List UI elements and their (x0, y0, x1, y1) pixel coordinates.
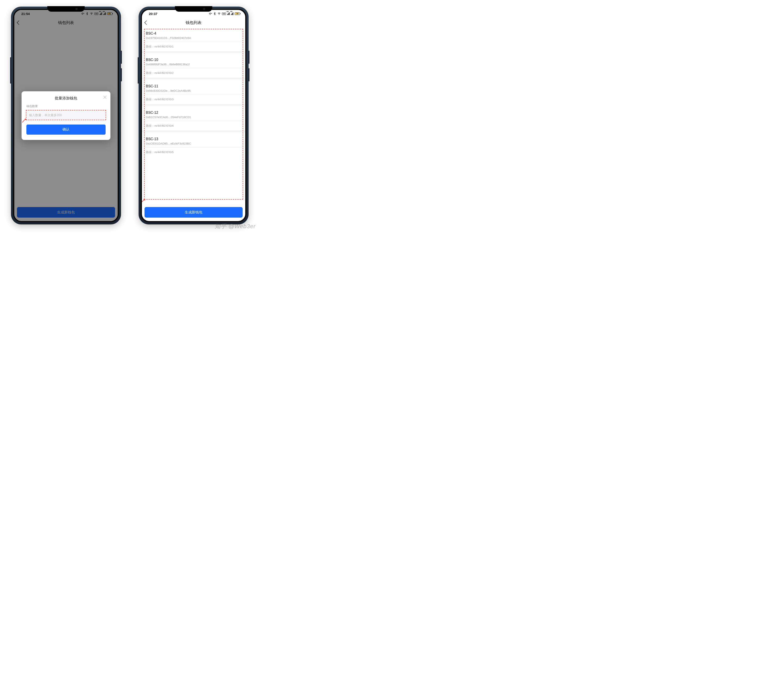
list-separator (142, 130, 245, 132)
batch-add-modal: 批量添加钱包 钱包数量 确认 (21, 91, 110, 140)
wallet-item[interactable]: BSC-40x1975E4181D3…F028d02407c8A路径：m/44'… (145, 29, 243, 53)
hd-icon: HD (222, 13, 226, 15)
wallet-address: 0xB1C57e3CAd0…054eFd718CD1 (146, 115, 241, 119)
phone-notch (47, 6, 85, 12)
wallet-path: 路径：m/44'/60'/0'/0/4 (145, 121, 243, 130)
signal-2-icon: 4G (231, 12, 233, 15)
wallet-item[interactable]: BSC-120xB1C57e3CAd0…054eFd718CD1路径：m/44'… (145, 108, 243, 132)
wallet-address: 0xcCfD01DAD85…eEcfcF3c923BC (146, 142, 241, 145)
wallet-name: BSC-11 (146, 84, 241, 88)
wallet-address: 0x1975E4181D3…F028d02407c8A (146, 36, 241, 40)
list-separator (142, 104, 245, 106)
wallet-path: 路径：m/44'/60'/0'/0/5 (145, 148, 243, 157)
mute-icon (209, 12, 212, 15)
screen-left: 21:54 HD 4G 4G 71 钱包列表 生成新钱包 (13, 9, 119, 222)
wallet-name: BSC-4 (146, 31, 241, 35)
confirm-label: 确认 (63, 127, 69, 132)
app-header: 钱包列表 (142, 17, 245, 28)
wallet-name: BSC-12 (146, 110, 241, 115)
close-icon[interactable] (103, 95, 107, 99)
wallet-path: 路径：m/44'/60'/0'/0/1 (145, 42, 243, 51)
wallet-name: BSC-10 (146, 58, 241, 62)
phone-notch (175, 6, 212, 12)
wallet-path: 路径：m/44'/60'/0'/0/2 (145, 68, 243, 77)
wallet-address: 0x56cB30D32De…9eDC2cA4Bc95 (146, 89, 241, 92)
wallet-count-label: 钱包数量 (26, 104, 105, 108)
confirm-button[interactable]: 确认 (26, 125, 105, 135)
status-time: 20:37 (149, 12, 209, 16)
generate-wallet-label: 生成新钱包 (185, 210, 203, 215)
modal-title: 批量添加钱包 (26, 96, 105, 101)
phone-right-frame: 20:37 HD 4G 4G 78 钱包列表 BSC-40x1975E4181D… (138, 7, 249, 224)
list-separator (142, 77, 245, 79)
wallet-list[interactable]: BSC-40x1975E4181D3…F028d02407c8A路径：m/44'… (142, 28, 245, 207)
status-icons: HD 4G 4G 78 (209, 12, 240, 15)
wallet-count-input[interactable] (26, 110, 105, 120)
back-icon[interactable] (144, 20, 149, 25)
wifi-icon (217, 12, 221, 15)
phone-left-frame: 21:54 HD 4G 4G 71 钱包列表 生成新钱包 (11, 7, 121, 224)
svg-point-5 (219, 14, 219, 15)
wallet-count-input-wrap (26, 110, 105, 120)
page-title: 钱包列表 (186, 20, 201, 25)
generate-wallet-button[interactable]: 生成新钱包 (145, 207, 243, 218)
wallet-path: 路径：m/44'/60'/0'/0/3 (145, 95, 243, 104)
wallet-item[interactable]: BSC-110x56cB30D32De…9eDC2cA4Bc95路径：m/44'… (145, 82, 243, 106)
battery-icon: 78 (235, 12, 240, 15)
bluetooth-icon (213, 12, 216, 15)
screen-right: 20:37 HD 4G 4G 78 钱包列表 BSC-40x1975E4181D… (141, 9, 246, 222)
wallet-item[interactable]: BSC-100x498f6fdF3a36…6b8eB69136a1f路径：m/4… (145, 55, 243, 79)
signal-1-icon: 4G (227, 12, 230, 15)
content-area: BSC-40x1975E4181D3…F028d02407c8A路径：m/44'… (142, 28, 245, 207)
wallet-item[interactable]: BSC-130xcCfD01DAD85…eEcfcF3c923BC路径：m/44… (145, 134, 243, 157)
wallet-name: BSC-13 (146, 137, 241, 141)
wallet-address: 0x498f6fdF3a36…6b8eB69136a1f (146, 63, 241, 66)
list-separator (142, 51, 245, 53)
modal-overlay[interactable]: 批量添加钱包 钱包数量 确认 (14, 10, 118, 221)
